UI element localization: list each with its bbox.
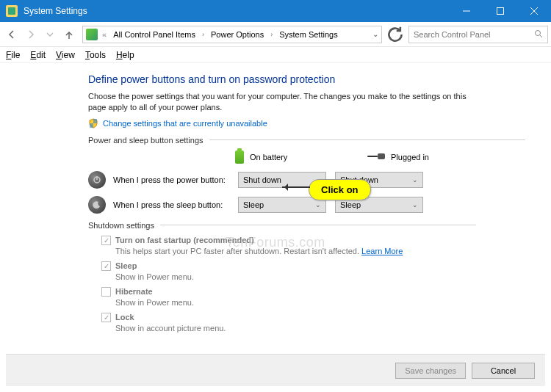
callout-text: Click on bbox=[309, 179, 371, 200]
footer-bar: Save changes Cancel bbox=[6, 354, 545, 386]
option-hibernate: Hibernate Show in Power menu. bbox=[101, 287, 551, 307]
menu-help[interactable]: Help bbox=[116, 50, 134, 60]
refresh-button[interactable] bbox=[386, 26, 404, 43]
svg-line-6 bbox=[540, 35, 542, 37]
learn-more-link[interactable]: Learn More bbox=[361, 247, 403, 255]
window-title: System Settings bbox=[24, 6, 450, 16]
svg-rect-1 bbox=[497, 8, 504, 15]
menu-edit[interactable]: Edit bbox=[30, 50, 46, 60]
maximize-button[interactable] bbox=[483, 0, 517, 22]
breadcrumb-item[interactable]: System Settings bbox=[277, 29, 339, 40]
address-bar[interactable]: « All Control Panel Items › Power Option… bbox=[82, 26, 382, 43]
option-fast-startup: ✓ Turn on fast startup (recommended) Thi… bbox=[101, 236, 551, 255]
svg-rect-7 bbox=[93, 119, 97, 123]
column-header-battery: On battery bbox=[235, 150, 323, 164]
minimize-button[interactable] bbox=[450, 0, 483, 22]
group-header-buttons: Power and sleep button settings bbox=[88, 136, 551, 145]
search-input[interactable]: Search Control Panel bbox=[408, 26, 548, 43]
save-button[interactable]: Save changes bbox=[395, 363, 466, 379]
page-heading: Define power buttons and turn on passwor… bbox=[88, 73, 551, 85]
content-area: Define power buttons and turn on passwor… bbox=[0, 63, 551, 333]
chevron-right-icon[interactable]: › bbox=[269, 31, 274, 38]
menu-file[interactable]: File bbox=[6, 50, 20, 60]
power-icon bbox=[88, 171, 106, 189]
row-label: When I press the sleep button: bbox=[113, 200, 238, 209]
svg-rect-8 bbox=[90, 123, 93, 128]
checkbox[interactable] bbox=[101, 287, 111, 297]
svg-point-5 bbox=[536, 30, 541, 35]
option-lock: ✓ Lock Show in account picture menu. bbox=[101, 313, 551, 333]
recent-button[interactable] bbox=[41, 26, 59, 43]
checkbox[interactable]: ✓ bbox=[101, 236, 111, 245]
chevron-down-icon: ⌄ bbox=[412, 176, 418, 184]
chevron-down-icon: ⌄ bbox=[412, 201, 418, 208]
shield-icon bbox=[88, 118, 98, 128]
battery-icon bbox=[235, 150, 244, 164]
checkbox[interactable]: ✓ bbox=[101, 261, 111, 271]
plug-icon bbox=[367, 153, 385, 161]
menu-bar: File Edit View Tools Help bbox=[0, 47, 551, 63]
chevron-right-icon[interactable]: › bbox=[201, 31, 206, 38]
column-header-plugged: Plugged in bbox=[367, 153, 455, 161]
annotation-callout: Click on bbox=[309, 179, 371, 200]
close-button[interactable] bbox=[517, 0, 551, 22]
chevron-down-icon: ⌄ bbox=[315, 201, 321, 208]
up-button[interactable] bbox=[60, 26, 78, 43]
breadcrumb-item[interactable]: All Control Panel Items bbox=[111, 29, 198, 40]
group-header-shutdown: Shutdown settings bbox=[88, 221, 551, 230]
titlebar: System Settings bbox=[0, 0, 551, 22]
cancel-button[interactable]: Cancel bbox=[472, 363, 535, 379]
search-placeholder: Search Control Panel bbox=[414, 30, 491, 39]
row-label: When I press the power button: bbox=[113, 175, 238, 184]
sleep-icon bbox=[88, 196, 106, 214]
nav-toolbar: « All Control Panel Items › Power Option… bbox=[0, 22, 551, 47]
breadcrumb-item[interactable]: Power Options bbox=[209, 29, 266, 40]
menu-view[interactable]: View bbox=[56, 50, 75, 60]
breadcrumb-prefix: « bbox=[101, 30, 108, 39]
arrow-icon bbox=[282, 186, 310, 188]
app-icon bbox=[6, 5, 18, 17]
page-description: Choose the power settings that you want … bbox=[88, 91, 470, 114]
back-button[interactable] bbox=[3, 26, 21, 43]
search-icon bbox=[534, 29, 543, 40]
menu-tools[interactable]: Tools bbox=[85, 50, 106, 60]
checkbox[interactable]: ✓ bbox=[101, 313, 111, 322]
change-settings-link[interactable]: Change settings that are currently unava… bbox=[103, 119, 267, 128]
control-panel-icon bbox=[86, 29, 98, 40]
chevron-down-icon[interactable]: ⌄ bbox=[372, 30, 378, 38]
option-sleep: ✓ Sleep Show in Power menu. bbox=[101, 261, 551, 281]
forward-button[interactable] bbox=[22, 26, 40, 43]
